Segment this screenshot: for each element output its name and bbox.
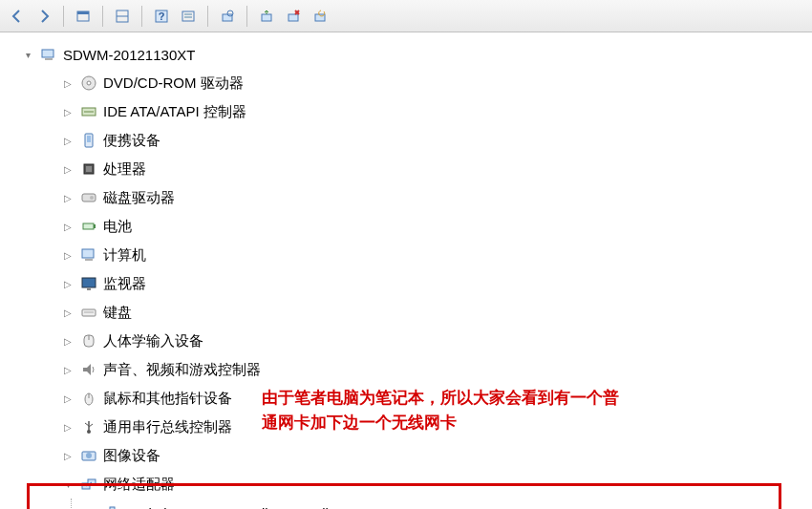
expand-icon[interactable]: ▷	[61, 279, 75, 289]
category-label: 键盘	[103, 304, 132, 322]
expand-icon[interactable]: ▷	[61, 222, 75, 232]
svg-rect-28	[83, 223, 94, 229]
category-label: IDE ATA/ATAPI 控制器	[103, 103, 246, 121]
battery-icon	[80, 218, 97, 235]
toolbar-separator	[102, 6, 103, 27]
disc-icon	[80, 74, 97, 92]
scan-button[interactable]	[216, 5, 239, 28]
refresh-button[interactable]	[309, 5, 331, 28]
network-icon	[80, 476, 97, 493]
expand-icon[interactable]: ▷	[61, 393, 75, 404]
toolbar-separator	[141, 6, 142, 27]
device-category-dvd[interactable]: ▷DVD/CD-ROM 驱动器	[4, 69, 812, 97]
annotation-text: 由于笔者电脑为笔记本，所以大家会看到有一个普 通网卡加下边一个无线网卡	[262, 386, 759, 435]
root-label: SDWM-20121130XT	[63, 47, 195, 63]
sound-icon	[80, 361, 97, 378]
device-category-hid[interactable]: ▷人体学输入设备	[4, 327, 812, 355]
category-label: 人体学输入设备	[103, 332, 203, 350]
svg-rect-12	[288, 14, 298, 21]
device-category-disk[interactable]: ▷磁盘驱动器	[4, 183, 812, 212]
properties-button[interactable]	[177, 5, 200, 28]
device-category-network[interactable]: ▾网络适配器	[4, 470, 812, 498]
help-button[interactable]: ?	[150, 5, 173, 28]
expand-icon[interactable]: ▷	[61, 250, 75, 261]
category-label: 通用串行总线控制器	[103, 418, 232, 436]
toolbar: ?	[0, 0, 812, 32]
category-label: 网络适配器	[103, 476, 175, 494]
expand-icon[interactable]: ▷	[61, 365, 75, 375]
portable-icon	[80, 132, 97, 149]
device-category-portable[interactable]: ▷便携设备	[4, 126, 812, 155]
toolbar-separator	[207, 6, 208, 27]
disk-icon	[80, 189, 97, 206]
device-category-battery[interactable]: ▷电池	[4, 212, 812, 241]
svg-rect-32	[82, 278, 96, 287]
device-tree-panel: ▾ SDWM-20121130XT ▷DVD/CD-ROM 驱动器▷IDE AT…	[0, 32, 812, 509]
device-category-computer[interactable]: ▷计算机	[4, 241, 812, 269]
device-category-imaging[interactable]: ▷图像设备	[4, 441, 812, 470]
uninstall-button[interactable]	[282, 5, 305, 28]
category-label: 监视器	[103, 275, 146, 293]
svg-point-19	[87, 81, 91, 85]
usb-icon	[80, 418, 97, 435]
category-label: 处理器	[103, 160, 146, 179]
mouse-icon	[80, 390, 97, 407]
category-label: 图像设备	[103, 447, 160, 465]
svg-text:?: ?	[159, 11, 165, 22]
category-label: 电池	[103, 218, 132, 236]
category-label: DVD/CD-ROM 驱动器	[103, 74, 244, 93]
forward-button[interactable]	[32, 5, 55, 28]
expand-icon[interactable]: ▷	[61, 136, 75, 146]
device-category-sound[interactable]: ▷声音、视频和游戏控制器	[4, 355, 812, 384]
hid-icon	[80, 332, 97, 350]
expand-icon[interactable]: ▷	[61, 422, 75, 433]
update-button[interactable]	[255, 5, 278, 28]
svg-rect-31	[85, 259, 93, 261]
category-label: 鼠标和其他指针设备	[103, 390, 232, 408]
svg-rect-25	[86, 166, 92, 172]
computer-icon	[80, 246, 97, 264]
annotation-line-2: 通网卡加下边一个无线网卡	[262, 414, 457, 432]
expand-icon[interactable]: ▷	[61, 193, 75, 203]
category-label: 声音、视频和游戏控制器	[103, 361, 261, 379]
device-category-keyboard[interactable]: ▷键盘	[4, 298, 812, 327]
annotation-line-1: 由于笔者电脑为笔记本，所以大家会看到有一个普	[262, 389, 619, 407]
svg-rect-17	[45, 58, 53, 60]
monitor-icon	[80, 275, 97, 292]
category-label: 计算机	[103, 246, 146, 265]
svg-point-45	[86, 453, 92, 458]
category-label: 磁盘驱动器	[103, 189, 175, 207]
expand-icon[interactable]: ▷	[61, 78, 75, 89]
ide-icon	[80, 103, 97, 120]
svg-rect-1	[77, 11, 89, 14]
device-category-monitor[interactable]: ▷监视器	[4, 269, 812, 298]
svg-rect-16	[42, 50, 53, 57]
imaging-icon	[80, 447, 97, 464]
svg-rect-9	[223, 14, 232, 21]
view-button-2[interactable]	[111, 5, 134, 28]
adapter-label: Realtek PCIe FE Family Controller	[122, 505, 341, 510]
collapse-icon[interactable]: ▾	[61, 479, 75, 490]
back-button[interactable]	[6, 5, 29, 28]
toolbar-separator	[246, 6, 247, 27]
svg-rect-11	[262, 14, 271, 21]
cpu-icon	[80, 160, 97, 178]
keyboard-icon	[80, 304, 97, 321]
expand-icon[interactable]: ▷	[61, 451, 75, 461]
nic-icon	[99, 504, 117, 509]
expand-icon[interactable]: ▷	[61, 336, 75, 347]
category-label: 便携设备	[103, 132, 160, 150]
expand-icon[interactable]: ▷	[61, 308, 75, 318]
root-computer-node[interactable]: ▾ SDWM-20121130XT	[4, 40, 812, 69]
device-category-ide[interactable]: ▷IDE ATA/ATAPI 控制器	[4, 97, 812, 126]
expand-icon[interactable]: ▷	[61, 107, 75, 117]
svg-rect-33	[87, 288, 91, 290]
device-category-cpu[interactable]: ▷处理器	[4, 155, 812, 183]
svg-rect-23	[87, 136, 91, 142]
view-button-1[interactable]	[72, 5, 95, 28]
network-adapter-item[interactable]: Realtek PCIe FE Family Controller	[4, 498, 812, 509]
toolbar-separator	[63, 6, 64, 27]
svg-rect-30	[82, 249, 94, 258]
collapse-icon[interactable]: ▾	[21, 50, 34, 60]
expand-icon[interactable]: ▷	[61, 164, 75, 175]
